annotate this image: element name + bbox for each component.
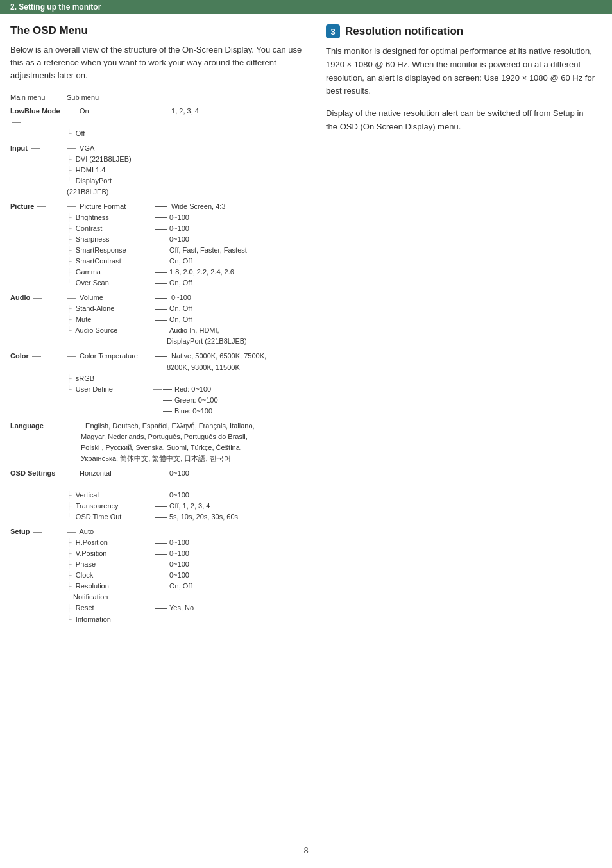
tree-row-input-hdmi: ├ HDMI 1.4 xyxy=(10,165,305,176)
left-column: The OSD Menu Below is an overall view of… xyxy=(10,24,305,625)
tree-row-setup: Setup Auto xyxy=(10,526,305,537)
tree-row-setup-hpos: ├ H.Position 0~100 xyxy=(10,537,305,548)
page-header: 2. Setting up the monitor xyxy=(0,0,612,14)
tree-row-input-dp: └ DisplayPort (221B8LJEB) xyxy=(10,176,305,197)
header-label: 2. Setting up the monitor xyxy=(10,3,101,12)
intro-text: Below is an overall view of the structur… xyxy=(10,44,305,82)
tree-row-color: Color Color Temperature Native, 5000K, 6… xyxy=(10,351,305,372)
page-content: The OSD Menu Below is an overall view of… xyxy=(0,14,612,651)
tree-row-setup-resolution: ├ ResolutionNotification On, Off xyxy=(10,581,305,603)
tree-row-audio-mute: ├ Mute On, Off xyxy=(10,314,305,325)
tree-row-picture-sharpness: ├ Sharpness 0~100 xyxy=(10,234,305,245)
tree-row-setup-information: └ Information xyxy=(10,614,305,625)
tree-row-color-userdefine: └ User Define Red: 0~100 Green: 0~100 xyxy=(10,384,305,417)
tree-row-setup-reset: ├ Reset Yes, No xyxy=(10,603,305,613)
tree-row-picture-smartresponse: ├ SmartResponse Off, Fast, Faster, Faste… xyxy=(10,245,305,256)
header-main: Main menu xyxy=(10,92,67,103)
tree-row-osd-timeout: └ OSD Time Out 5s, 10s, 20s, 30s, 60s xyxy=(10,512,305,522)
tree-row-input-dvi: ├ DVI (221B8LJEB) xyxy=(10,154,305,165)
tree-row-color-srgb: ├ sRGB xyxy=(10,373,305,384)
header-sub: Sub menu xyxy=(67,92,153,103)
right-column: 3 Resolution notification This monitor i… xyxy=(321,24,597,625)
osd-menu-title: The OSD Menu xyxy=(10,24,305,37)
resolution-para1: This monitor is designed for optimal per… xyxy=(326,45,597,98)
section-badge: 3 xyxy=(326,24,340,38)
section-title: Resolution notification xyxy=(345,25,463,38)
tree-row-picture-overscan: └ Over Scan On, Off xyxy=(10,278,305,288)
osd-tree: Main menu Sub menu LowBlue Mode O xyxy=(10,92,305,624)
tree-row-osd-transparency: ├ Transparency Off, 1, 2, 3, 4 xyxy=(10,501,305,512)
tree-row-audio-source: └ Audio Source Audio In, HDMI,DisplayPor… xyxy=(10,325,305,347)
tree-row-setup-clock: ├ Clock 0~100 xyxy=(10,570,305,581)
tree-row-setup-vpos: ├ V.Position 0~100 xyxy=(10,548,305,559)
tree-row-picture-contrast: ├ Contrast 0~100 xyxy=(10,223,305,234)
tree-row-input: Input VGA xyxy=(10,143,305,154)
page-number: 8 xyxy=(303,846,308,855)
tree-row-osd-vertical: ├ Vertical 0~100 xyxy=(10,490,305,501)
tree-row-lowblue-on: LowBlue Mode On 1, 2, 3, 4 xyxy=(10,106,305,128)
page-wrapper: 2. Setting up the monitor The OSD Menu B… xyxy=(0,0,612,868)
tree-row-setup-phase: ├ Phase 0~100 xyxy=(10,559,305,570)
section-badge-area: 3 Resolution notification xyxy=(326,24,597,38)
tree-row-picture: Picture Picture Format Wide Screen, 4:3 xyxy=(10,201,305,212)
resolution-para2: Display of the native resolution alert c… xyxy=(326,107,597,134)
tree-row-language: Language English, Deutsch, Español, Ελλη… xyxy=(10,421,305,464)
tree-row-picture-smartcontrast: ├ SmartContrast On, Off xyxy=(10,256,305,267)
tree-row-picture-brightness: ├ Brightness 0~100 xyxy=(10,212,305,223)
tree-row-audio-standalone: ├ Stand-Alone On, Off xyxy=(10,303,305,314)
tree-row-osd-settings: OSD Settings Horizontal 0~100 xyxy=(10,468,305,490)
tree-header-row: Main menu Sub menu xyxy=(10,92,305,103)
tree-row-lowblue-off: └ Off xyxy=(10,128,305,139)
tree-row-picture-gamma: ├ Gamma 1.8, 2.0, 2.2, 2.4, 2.6 xyxy=(10,267,305,278)
tree-row-audio: Audio Volume 0~100 xyxy=(10,292,305,303)
